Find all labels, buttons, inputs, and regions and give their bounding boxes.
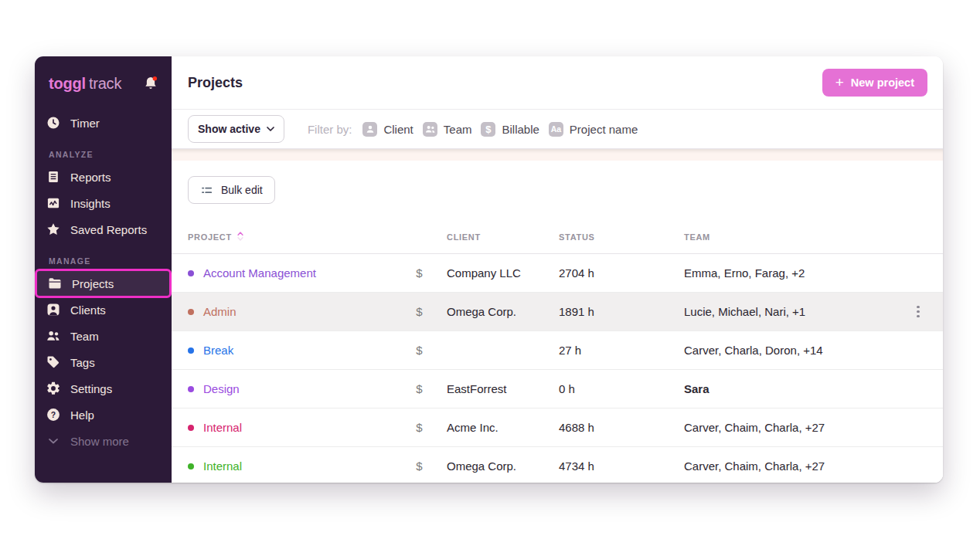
status-cell: 27 h xyxy=(559,344,684,357)
table-header: PROJECTCLIENTSTATUSTEAM xyxy=(172,221,943,254)
filter-chip-client[interactable]: Client xyxy=(362,122,413,137)
team-cell: Lucie, Michael, Nari, +1 xyxy=(684,305,907,318)
star-icon xyxy=(45,221,62,238)
folder-icon xyxy=(46,275,63,292)
scroll-shadow-band xyxy=(172,149,943,161)
sidebar-show-more[interactable]: Show more xyxy=(35,428,172,454)
project-name-link[interactable]: Design xyxy=(188,382,403,395)
project-row-design[interactable]: Design$EastForrest0 hSara xyxy=(172,370,943,408)
sidebar-item-label: Settings xyxy=(70,382,112,395)
project-name-link[interactable]: Internal xyxy=(188,459,403,473)
bulk-edit-button[interactable]: Bulk edit xyxy=(188,176,275,204)
project-color-dot xyxy=(188,347,194,354)
team-cell: Emma, Erno, Farag, +2 xyxy=(684,266,907,280)
sidebar-item-label: Tags xyxy=(70,356,95,369)
filter-chip-label: Billable xyxy=(502,123,539,136)
show-active-dropdown[interactable]: Show active xyxy=(188,115,284,143)
sidebar-item-label: Saved Reports xyxy=(70,223,147,236)
project-color-dot xyxy=(188,270,194,276)
client-filter-icon xyxy=(362,122,377,137)
client-cell: EastForrest xyxy=(447,382,559,395)
filter-chip-billable[interactable]: $Billable xyxy=(481,122,539,137)
billable-filter-icon: $ xyxy=(481,122,495,137)
team-filter-icon xyxy=(423,122,437,137)
project-color-dot xyxy=(188,425,194,431)
team-cell: Carver, Chaim, Charla, +27 xyxy=(684,421,907,434)
project-row-account-management[interactable]: Account Management$Company LLC2704 hEmma… xyxy=(172,254,943,293)
column-header-client[interactable]: CLIENT xyxy=(447,232,559,242)
client-cell: Company LLC xyxy=(447,266,559,280)
client-cell: Omega Corp. xyxy=(447,305,559,318)
project-name-link[interactable]: Internal xyxy=(188,421,403,434)
sidebar-item-insights[interactable]: Insights xyxy=(35,190,172,216)
page-title: Projects xyxy=(188,75,243,91)
sidebar-item-help[interactable]: ?Help xyxy=(35,402,172,428)
project-color-dot xyxy=(188,386,194,392)
status-cell: 1891 h xyxy=(559,305,684,318)
billable-icon: $ xyxy=(403,305,436,318)
team-cell: Sara xyxy=(684,382,907,395)
toggl-logo[interactable]: toggltrack xyxy=(49,75,121,93)
project-name-link[interactable]: Admin xyxy=(188,305,403,318)
client-cell: Omega Corp. xyxy=(447,459,559,473)
notification-bell-icon[interactable] xyxy=(142,75,159,92)
help-icon: ? xyxy=(45,406,62,423)
project-row-internal[interactable]: Internal$Acme Inc.4688 hCarver, Chaim, C… xyxy=(172,408,943,447)
client-icon xyxy=(45,301,62,318)
filter-chip-label: Client xyxy=(383,123,413,136)
sidebar-item-saved-reports[interactable]: Saved Reports xyxy=(35,216,172,242)
plus-icon: + xyxy=(835,75,844,90)
sidebar-nav: TimerANALYZEReportsInsightsSaved Reports… xyxy=(35,100,172,454)
sidebar-item-timer[interactable]: Timer xyxy=(35,110,172,136)
svg-text:?: ? xyxy=(51,411,56,419)
filter-chips: ClientTeam$BillableAaProject name xyxy=(362,122,638,137)
chevron-down-icon xyxy=(267,127,274,131)
sidebar-item-label: Help xyxy=(70,408,94,422)
status-cell: 4734 h xyxy=(559,459,684,473)
billable-icon: $ xyxy=(403,421,436,434)
sidebar-item-team[interactable]: Team xyxy=(35,323,172,349)
billable-icon: $ xyxy=(403,344,436,357)
projects-content: Bulk edit PROJECTCLIENTSTATUSTEAM Accoun… xyxy=(172,161,943,483)
billable-icon: $ xyxy=(403,382,436,395)
sidebar-item-label: Team xyxy=(70,330,99,343)
team-cell: Carver, Chaim, Charla, +27 xyxy=(684,459,907,473)
project-row-admin[interactable]: Admin$Omega Corp.1891 hLucie, Michael, N… xyxy=(172,293,943,331)
project-name-filter-icon: Aa xyxy=(549,122,563,137)
sort-icon xyxy=(237,232,243,242)
billable-icon: $ xyxy=(403,459,436,473)
status-cell: 4688 h xyxy=(559,421,684,434)
sidebar-section-manage: MANAGE xyxy=(35,247,172,270)
project-name-link[interactable]: Break xyxy=(188,344,403,357)
sidebar-item-label: Clients xyxy=(70,303,106,317)
sidebar-item-tags[interactable]: Tags xyxy=(35,349,172,375)
chevron-down-icon xyxy=(45,432,62,449)
app-window: toggltrack TimerANALYZEReportsInsightsSa… xyxy=(35,56,943,483)
main-area: Projects + New project Show active Filte… xyxy=(172,56,943,483)
status-cell: 2704 h xyxy=(559,266,684,280)
clock-icon xyxy=(45,114,62,131)
project-name-link[interactable]: Account Management xyxy=(188,266,403,280)
filter-chip-label: Team xyxy=(444,123,472,136)
column-header-status[interactable]: STATUS xyxy=(559,232,684,242)
table-body: Account Management$Company LLC2704 hEmma… xyxy=(172,254,943,483)
filter-by-label: Filter by: xyxy=(308,123,352,136)
project-row-break[interactable]: Break$27 hCarver, Charla, Doron, +14 xyxy=(172,331,943,370)
team-icon xyxy=(45,327,62,344)
column-header-team[interactable]: TEAM xyxy=(684,232,907,242)
sidebar-item-projects[interactable]: Projects xyxy=(36,270,170,297)
logo-toggl: toggl xyxy=(49,75,86,92)
project-row-internal[interactable]: Internal$Omega Corp.4734 hCarver, Chaim,… xyxy=(172,447,943,483)
sidebar-item-settings[interactable]: Settings xyxy=(35,375,172,402)
sidebar-item-reports[interactable]: Reports xyxy=(35,164,172,190)
status-cell: 0 h xyxy=(559,382,684,395)
filter-chip-label: Project name xyxy=(570,123,638,136)
sidebar-item-clients[interactable]: Clients xyxy=(35,297,172,323)
filter-chip-team[interactable]: Team xyxy=(423,122,472,137)
project-color-dot xyxy=(188,309,194,315)
row-menu-button[interactable] xyxy=(907,306,929,318)
filter-chip-project-name[interactable]: AaProject name xyxy=(549,122,638,137)
new-project-button[interactable]: + New project xyxy=(822,69,927,97)
column-header-project[interactable]: PROJECT xyxy=(188,232,403,242)
sidebar-item-label: Show more xyxy=(70,435,129,448)
